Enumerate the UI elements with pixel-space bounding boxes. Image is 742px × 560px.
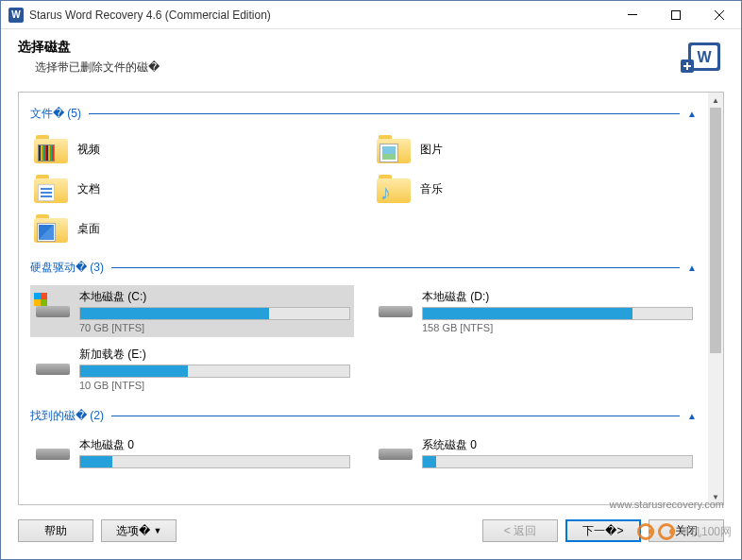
drive-size: 158 GB [NTFS] bbox=[422, 322, 693, 333]
drive-size: 70 GB [NTFS] bbox=[79, 322, 350, 333]
drive-name: 本地磁盘 (D:) bbox=[422, 289, 693, 305]
drive-info: 本地磁盘 (D:)158 GB [NTFS] bbox=[422, 289, 693, 333]
product-logo: W bbox=[679, 39, 724, 76]
minimize-button[interactable] bbox=[611, 1, 654, 29]
drive-info: 本地磁盘 0 bbox=[79, 437, 350, 470]
section-label: 硬盘驱动� (3) bbox=[30, 260, 104, 276]
drive-usage-bar bbox=[79, 365, 350, 378]
folder-icon bbox=[377, 135, 411, 163]
scroll-track[interactable] bbox=[708, 108, 723, 489]
drive-usage-bar bbox=[79, 455, 350, 468]
drive-icon bbox=[34, 440, 72, 468]
folder-label: 视频 bbox=[77, 142, 100, 158]
collapse-icon[interactable]: ▲ bbox=[687, 109, 697, 119]
maximize-icon bbox=[671, 10, 681, 20]
drive-icon bbox=[377, 297, 414, 326]
folder-label: 音乐 bbox=[420, 181, 443, 197]
footer-url: www.starusrecovery.com bbox=[18, 499, 724, 510]
folder-icon bbox=[34, 214, 68, 243]
section-label: 找到的磁� (2) bbox=[30, 408, 104, 424]
drive-name: 新加载卷 (E:) bbox=[79, 347, 350, 363]
drive-icon bbox=[34, 355, 72, 383]
drive-grid: 本地磁盘 (C:)70 GB [NTFS]本地磁盘 (D:)158 GB [NT… bbox=[30, 285, 697, 395]
scroll-up-icon[interactable]: ▲ bbox=[708, 93, 723, 108]
window-title: Starus Word Recovery 4.6 (Commercial Edi… bbox=[29, 8, 611, 22]
folder-item[interactable]: 桌面 bbox=[30, 211, 354, 246]
svg-rect-0 bbox=[628, 14, 637, 15]
folder-label: 图片 bbox=[420, 142, 443, 158]
section-divider bbox=[89, 113, 680, 114]
scroll-area: 文件� (5) ▲ 视频图片文档♪音乐桌面 硬盘驱动� (3) ▲ 本地磁盘 (… bbox=[19, 93, 708, 504]
folder-icon bbox=[34, 175, 68, 203]
close-icon bbox=[715, 10, 724, 20]
drive-info: 新加载卷 (E:)10 GB [NTFS] bbox=[79, 347, 350, 391]
found-disk-item[interactable]: 本地磁盘 0 bbox=[30, 433, 354, 474]
drive-size: 10 GB [NTFS] bbox=[79, 380, 350, 391]
drive-name: 本地磁盘 0 bbox=[79, 437, 350, 453]
app-icon: W bbox=[8, 8, 24, 23]
window-controls bbox=[611, 1, 741, 29]
folder-grid: 视频图片文档♪音乐桌面 bbox=[30, 131, 697, 246]
drive-icon bbox=[377, 440, 414, 468]
drive-usage-bar bbox=[422, 307, 693, 320]
content-panel: 文件� (5) ▲ 视频图片文档♪音乐桌面 硬盘驱动� (3) ▲ 本地磁盘 (… bbox=[18, 92, 724, 505]
folder-label: 文档 bbox=[77, 181, 100, 197]
drive-name: 系统磁盘 0 bbox=[422, 437, 693, 453]
help-button[interactable]: 帮助 bbox=[18, 519, 93, 542]
chevron-down-icon: ▼ bbox=[154, 526, 162, 535]
section-header-found: 找到的磁� (2) ▲ bbox=[30, 408, 697, 424]
minimize-icon bbox=[628, 14, 637, 15]
drive-usage-bar bbox=[79, 307, 350, 320]
folder-icon bbox=[34, 135, 68, 163]
button-row: 帮助 选项�▼ < 返回 下一�> 关闭 bbox=[18, 519, 724, 542]
svg-text:W: W bbox=[697, 49, 712, 65]
svg-rect-1 bbox=[672, 10, 681, 19]
collapse-icon[interactable]: ▲ bbox=[687, 411, 697, 421]
found-disk-item[interactable]: 系统磁盘 0 bbox=[373, 433, 697, 474]
drive-name: 本地磁盘 (C:) bbox=[79, 289, 350, 305]
drive-info: 本地磁盘 (C:)70 GB [NTFS] bbox=[79, 289, 350, 333]
wizard-header: 选择磁盘 选择带已删除文件的磁� W bbox=[1, 29, 741, 84]
drive-icon bbox=[34, 297, 72, 326]
close-button[interactable] bbox=[698, 1, 741, 29]
section-label: 文件� (5) bbox=[30, 106, 81, 122]
options-button[interactable]: 选项�▼ bbox=[101, 519, 177, 542]
section-header-drives: 硬盘驱动� (3) ▲ bbox=[30, 260, 697, 276]
folder-item[interactable]: 文档 bbox=[30, 171, 354, 207]
drive-item[interactable]: 本地磁盘 (D:)158 GB [NTFS] bbox=[373, 285, 697, 337]
folder-item[interactable]: ♪音乐 bbox=[373, 171, 697, 207]
folder-item[interactable]: 视频 bbox=[30, 131, 354, 167]
drive-info: 系统磁盘 0 bbox=[422, 437, 693, 470]
drive-item[interactable]: 新加载卷 (E:)10 GB [NTFS] bbox=[30, 343, 354, 395]
section-header-files: 文件� (5) ▲ bbox=[30, 106, 697, 122]
folder-label: 桌面 bbox=[77, 221, 100, 237]
folder-icon: ♪ bbox=[377, 175, 411, 203]
options-label: 选项� bbox=[116, 523, 150, 539]
maximize-button[interactable] bbox=[654, 1, 698, 29]
drive-item[interactable]: 本地磁盘 (C:)70 GB [NTFS] bbox=[30, 285, 354, 337]
folder-item[interactable]: 图片 bbox=[373, 131, 697, 167]
found-grid: 本地磁盘 0系统磁盘 0 bbox=[30, 433, 697, 474]
page-subtitle: 选择带已删除文件的磁� bbox=[18, 59, 679, 76]
next-button[interactable]: 下一�> bbox=[565, 519, 641, 542]
page-title: 选择磁盘 bbox=[18, 39, 679, 56]
back-button: < 返回 bbox=[482, 519, 558, 542]
scroll-thumb[interactable] bbox=[710, 108, 721, 353]
scrollbar[interactable]: ▲ ▼ bbox=[708, 93, 723, 504]
drive-usage-bar bbox=[422, 455, 693, 468]
section-divider bbox=[111, 267, 680, 268]
collapse-icon[interactable]: ▲ bbox=[687, 263, 697, 273]
close-dialog-button[interactable]: 关闭 bbox=[649, 519, 724, 542]
titlebar: W Starus Word Recovery 4.6 (Commercial E… bbox=[1, 1, 741, 29]
footer: www.starusrecovery.com 帮助 选项�▼ < 返回 下一�>… bbox=[1, 499, 741, 559]
section-divider bbox=[111, 416, 680, 416]
